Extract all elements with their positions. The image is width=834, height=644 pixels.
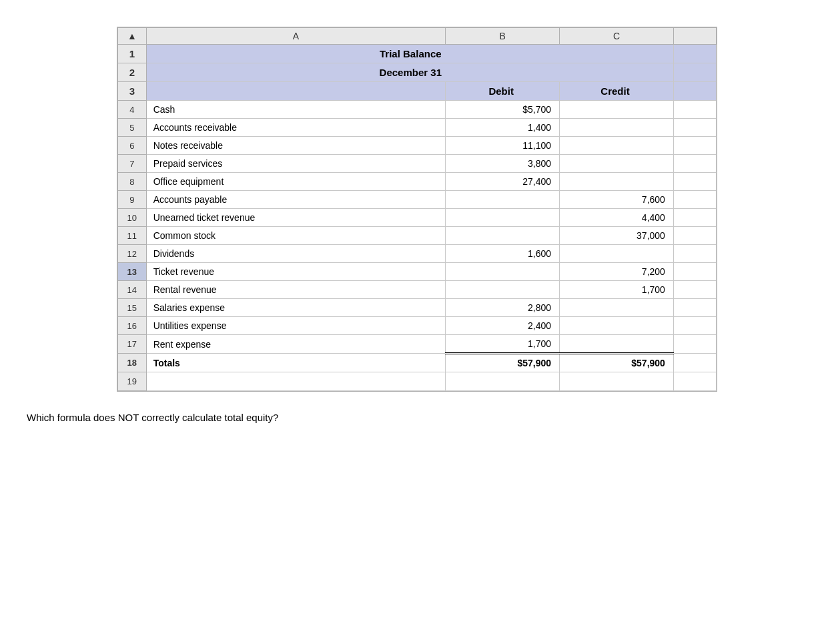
corner-header: ▲ [118,28,147,45]
cell-18-c[interactable]: $57,900 [560,354,674,372]
cell-2-d[interactable] [673,63,716,82]
cell-17-b[interactable]: 1,700 [446,335,560,354]
cell-3-a[interactable] [146,82,446,101]
cell-10-c[interactable]: 4,400 [560,209,674,227]
cell-6-d[interactable] [673,137,716,155]
cell-5-d[interactable] [673,119,716,137]
row-num-6[interactable]: 6 [118,137,147,155]
cell-17-a[interactable]: Rent expense [146,335,446,354]
row-num-5[interactable]: 5 [118,119,147,137]
row-num-18[interactable]: 18 [118,354,147,372]
cell-6-c[interactable] [560,137,674,155]
col-b-header: B [446,28,560,45]
cell-8-d[interactable] [673,173,716,191]
cell-7-a[interactable]: Prepaid services [146,155,446,173]
cell-19-d[interactable] [673,372,716,391]
row-num-1[interactable]: 1 [118,45,147,63]
cell-3-b[interactable]: Debit [446,82,560,101]
row-num-12[interactable]: 12 [118,245,147,263]
cell-5-b[interactable]: 1,400 [446,119,560,137]
cell-9-a[interactable]: Accounts payable [146,191,446,209]
cell-7-d[interactable] [673,155,716,173]
cell-17-d[interactable] [673,335,716,354]
cell-10-d[interactable] [673,209,716,227]
cell-1-a[interactable]: Trial Balance [146,45,673,63]
cell-16-d[interactable] [673,317,716,335]
cell-8-b[interactable]: 27,400 [446,173,560,191]
cell-18-d[interactable] [673,354,716,372]
cell-11-d[interactable] [673,227,716,245]
row-num-19[interactable]: 19 [118,372,147,391]
cell-13-c[interactable]: 7,200 [560,263,674,281]
col-d-header [673,28,716,45]
cell-8-a[interactable]: Office equipment [146,173,446,191]
cell-5-c[interactable] [560,119,674,137]
cell-6-b[interactable]: 11,100 [446,137,560,155]
cell-9-c[interactable]: 7,600 [560,191,674,209]
row-num-2[interactable]: 2 [118,63,147,82]
row-num-9[interactable]: 9 [118,191,147,209]
cell-7-c[interactable] [560,155,674,173]
cell-9-b[interactable] [446,191,560,209]
row-num-10[interactable]: 10 [118,209,147,227]
cell-11-c[interactable]: 37,000 [560,227,674,245]
question-text: Which formula does NOT correctly calcula… [27,412,807,423]
cell-8-c[interactable] [560,173,674,191]
cell-4-d[interactable] [673,101,716,119]
cell-9-d[interactable] [673,191,716,209]
col-a-header: A [146,28,446,45]
cell-15-d[interactable] [673,299,716,317]
spreadsheet: ▲ A B C 1Trial Balance2December 313Debit… [117,27,717,392]
cell-17-c[interactable] [560,335,674,354]
cell-5-a[interactable]: Accounts receivable [146,119,446,137]
cell-15-c[interactable] [560,299,674,317]
cell-12-d[interactable] [673,245,716,263]
cell-14-a[interactable]: Rental revenue [146,281,446,299]
cell-18-a[interactable]: Totals [146,354,446,372]
cell-12-c[interactable] [560,245,674,263]
row-num-7[interactable]: 7 [118,155,147,173]
cell-15-a[interactable]: Salaries expense [146,299,446,317]
cell-13-a[interactable]: Ticket revenue [146,263,446,281]
cell-4-b[interactable]: $5,700 [446,101,560,119]
col-c-header: C [560,28,674,45]
cell-13-d[interactable] [673,263,716,281]
cell-11-b[interactable] [446,227,560,245]
row-num-16[interactable]: 16 [118,317,147,335]
cell-3-c[interactable]: Credit [560,82,674,101]
cell-7-b[interactable]: 3,800 [446,155,560,173]
cell-12-a[interactable]: Dividends [146,245,446,263]
cell-12-b[interactable]: 1,600 [446,245,560,263]
cell-16-a[interactable]: Untilities expense [146,317,446,335]
cell-16-c[interactable] [560,317,674,335]
cell-19-c[interactable] [560,372,674,391]
row-num-14[interactable]: 14 [118,281,147,299]
cell-10-b[interactable] [446,209,560,227]
cell-10-a[interactable]: Unearned ticket revenue [146,209,446,227]
row-num-15[interactable]: 15 [118,299,147,317]
row-num-17[interactable]: 17 [118,335,147,354]
cell-14-b[interactable] [446,281,560,299]
cell-15-b[interactable]: 2,800 [446,299,560,317]
cell-4-c[interactable] [560,101,674,119]
cell-19-b[interactable] [446,372,560,391]
row-num-13[interactable]: 13 [118,263,147,281]
cell-16-b[interactable]: 2,400 [446,317,560,335]
cell-2-a[interactable]: December 31 [146,63,673,82]
cell-4-a[interactable]: Cash [146,101,446,119]
cell-6-a[interactable]: Notes receivable [146,137,446,155]
column-headers: ▲ A B C [118,28,717,45]
cell-14-c[interactable]: 1,700 [560,281,674,299]
row-num-8[interactable]: 8 [118,173,147,191]
row-num-3[interactable]: 3 [118,82,147,101]
cell-1-d[interactable] [673,45,716,63]
cell-3-d[interactable] [673,82,716,101]
row-num-11[interactable]: 11 [118,227,147,245]
row-num-4[interactable]: 4 [118,101,147,119]
cell-13-b[interactable] [446,263,560,281]
cell-19-a[interactable] [146,372,446,391]
cell-11-a[interactable]: Common stock [146,227,446,245]
cell-14-d[interactable] [673,281,716,299]
cell-18-b[interactable]: $57,900 [446,354,560,372]
